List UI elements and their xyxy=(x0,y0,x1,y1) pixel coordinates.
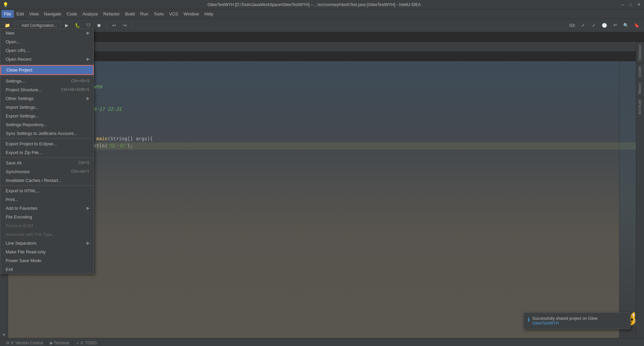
code-lines: 1 package com.wyh.test; 2 3 /** xyxy=(8,61,636,172)
menu-navigate[interactable]: Navigate xyxy=(41,10,64,18)
editor-tab-bar: ☕ Test.java ✕ xyxy=(8,42,636,52)
menu-export-settings[interactable]: Export Settings... xyxy=(0,111,94,120)
notification-panel: ℹ Successfully shared project on Gitee G… xyxy=(523,312,631,329)
menu-other-settings[interactable]: Other Settings ▶ xyxy=(0,94,94,103)
bottom-bar: ⚙ 9: Version Control ▶ Terminal ✓ 6: TOD… xyxy=(0,338,644,346)
minimize-button[interactable]: ─ xyxy=(620,2,625,7)
right-tab-database[interactable]: Database xyxy=(636,42,644,63)
menu-run[interactable]: Run xyxy=(138,10,151,18)
menu-sync-settings[interactable]: Sync Settings to JetBrains Account... xyxy=(0,129,94,138)
menu-bar: File Edit View Navigate Code Analyze Ref… xyxy=(0,9,644,19)
code-line-14: 14 } xyxy=(8,157,636,164)
code-line-2: 2 xyxy=(8,68,636,76)
separator-4 xyxy=(0,157,94,158)
menu-line-separators[interactable]: Line Separators ▶ xyxy=(0,239,94,247)
code-line-9: 9 xyxy=(8,120,636,128)
navigation-tabs: 📁 test ☕ Test xyxy=(0,32,644,42)
menu-new[interactable]: New ▶ xyxy=(0,29,94,37)
title-text: GiteeTestWYH [D:\Tools\JavaWorkSpace\Git… xyxy=(8,2,620,7)
menu-vcs[interactable]: VCS xyxy=(166,10,181,18)
notification-title: Successfully shared project on Gitee xyxy=(532,316,598,321)
menu-analyze[interactable]: Analyze xyxy=(80,10,101,18)
toolbar-separator-2 xyxy=(106,22,107,29)
menu-file[interactable]: File xyxy=(1,10,14,18)
notification-content: Successfully shared project on Gitee Git… xyxy=(532,316,598,326)
bottom-tab-version-control[interactable]: ⚙ 9: Version Control xyxy=(3,339,47,346)
code-line-5: 5 * @description: 测试 xyxy=(8,91,636,98)
notification-icon: ℹ xyxy=(528,316,530,323)
editor-content[interactable]: 1 package com.wyh.test; 2 3 /** xyxy=(8,61,636,338)
git-rollback-button[interactable]: ↶ xyxy=(610,21,620,30)
toolbar-separator-3 xyxy=(132,22,132,29)
toolbar: 📁 Add Configuration... ▶ 🐛 🛡 ⏹ ↩ ↪ Git: … xyxy=(0,19,644,32)
git-tick-button[interactable]: ✓ xyxy=(589,21,598,30)
menu-associate-file-type: Associate with File Type... xyxy=(0,230,94,239)
code-line-8: 8 **/ xyxy=(8,113,636,120)
code-line-11: 11 ▶ public static void main(String[] ar… xyxy=(8,135,636,142)
code-line-1: 1 package com.wyh.test; xyxy=(8,61,636,68)
code-line-6: 6 * @author: 魏一鹤 xyxy=(8,98,636,105)
code-line-10: 10 ▶ public class Test { xyxy=(8,128,636,135)
bottom-tab-todo[interactable]: ✓ 6: TODO xyxy=(73,339,100,346)
menu-settings-repository[interactable]: Settings Repository... xyxy=(0,120,94,129)
menu-synchronize[interactable]: Synchronize Ctrl+Alt+Y xyxy=(0,167,94,176)
menu-help[interactable]: Help xyxy=(202,10,216,18)
menu-add-to-favorites[interactable]: Add to Favorites ▶ xyxy=(0,204,94,212)
menu-make-file-readonly[interactable]: Make File Read-only xyxy=(0,247,94,256)
redo-button[interactable]: ↪ xyxy=(120,21,129,30)
close-button[interactable]: ✕ xyxy=(636,2,641,7)
menu-power-save-mode[interactable]: Power Save Mode xyxy=(0,256,94,265)
code-line-15: 15 xyxy=(8,164,636,172)
bottom-tab-terminal[interactable]: ▶ Terminal xyxy=(47,339,73,346)
notification-link[interactable]: GiteeTestWYH xyxy=(532,321,598,326)
menu-open-url[interactable]: Open URL... xyxy=(0,46,94,55)
menu-import-settings[interactable]: Import Settings... xyxy=(0,103,94,111)
code-line-4: 4 * @program: GiteeTestWYH xyxy=(8,83,636,91)
git-history-button[interactable]: 🕐 xyxy=(600,21,609,30)
menu-exit[interactable]: Exit xyxy=(0,265,94,274)
menu-open-recent[interactable]: Open Recent ▶ xyxy=(0,55,94,63)
menu-save-all[interactable]: Save All Ctrl+S xyxy=(0,158,94,167)
menu-print[interactable]: Print... xyxy=(0,195,94,204)
right-tab-ant-build[interactable]: Ant Build xyxy=(636,97,644,117)
title-bar-icon: 💡 xyxy=(3,2,8,7)
menu-refactor[interactable]: Refactor xyxy=(101,10,122,18)
editor-settings-bar: ...\JavaWorkSpace\GiteeTestWYH xyxy=(8,52,636,61)
right-tab-maven[interactable]: Maven xyxy=(636,80,644,97)
menu-close-project[interactable]: Close Project xyxy=(0,65,94,75)
menu-build[interactable]: Build xyxy=(122,10,138,18)
menu-edit[interactable]: Edit xyxy=(14,10,26,18)
file-dropdown-menu: New ▶ Open... Open URL... Open Recent ▶ … xyxy=(0,28,94,274)
menu-settings[interactable]: Settings... Ctrl+Alt+S xyxy=(0,77,94,85)
menu-project-structure[interactable]: Project Structure... Ctrl+Alt+Shift+S xyxy=(0,85,94,94)
right-sidebar: Database Gradle Maven Ant Build xyxy=(636,42,644,338)
menu-export-eclipse[interactable]: Export Project to Eclipse... xyxy=(0,139,94,148)
git-label: Git: xyxy=(569,23,576,28)
separator-2 xyxy=(0,76,94,76)
code-line-13: 13 } xyxy=(8,150,636,157)
code-line-7: 7 * @createDate: 2021-09-17 22:31 xyxy=(8,105,636,113)
menu-open[interactable]: Open... xyxy=(0,37,94,46)
toolbar-right: Git: ✓ ✓ 🕐 ↶ 🔍 🔖 xyxy=(569,21,641,30)
menu-window[interactable]: Window xyxy=(181,10,202,18)
menu-export-html[interactable]: Export to HTML... xyxy=(0,186,94,195)
separator-3 xyxy=(0,138,94,139)
menu-code[interactable]: Code xyxy=(64,10,80,18)
menu-view[interactable]: View xyxy=(26,10,41,18)
main-area: ⚙ ≡ ⚙ — ★ ☕ Test.java ✕ ...\JavaWorkSpac… xyxy=(0,42,644,338)
menu-invalidate-caches[interactable]: Invalidate Caches / Restart... xyxy=(0,176,94,185)
menu-tools[interactable]: Tools xyxy=(151,10,166,18)
code-line-3: 3 /** xyxy=(8,76,636,83)
menu-export-zip[interactable]: Export to Zip File... xyxy=(0,148,94,157)
sidebar-icon-5[interactable]: ★ xyxy=(1,331,7,338)
undo-button[interactable]: ↩ xyxy=(109,21,119,30)
git-check-button[interactable]: ✓ xyxy=(578,21,588,30)
search-everywhere-button[interactable]: 🔍 xyxy=(621,21,631,30)
maximize-button[interactable]: □ xyxy=(628,2,633,7)
stop-button[interactable]: ⏹ xyxy=(94,21,104,30)
separator-5 xyxy=(0,185,94,186)
bookmarks-button[interactable]: 🔖 xyxy=(632,21,641,30)
right-tab-gradle[interactable]: Gradle xyxy=(636,63,644,80)
menu-file-encoding[interactable]: File Encoding xyxy=(0,212,94,221)
separator-1 xyxy=(0,64,94,64)
